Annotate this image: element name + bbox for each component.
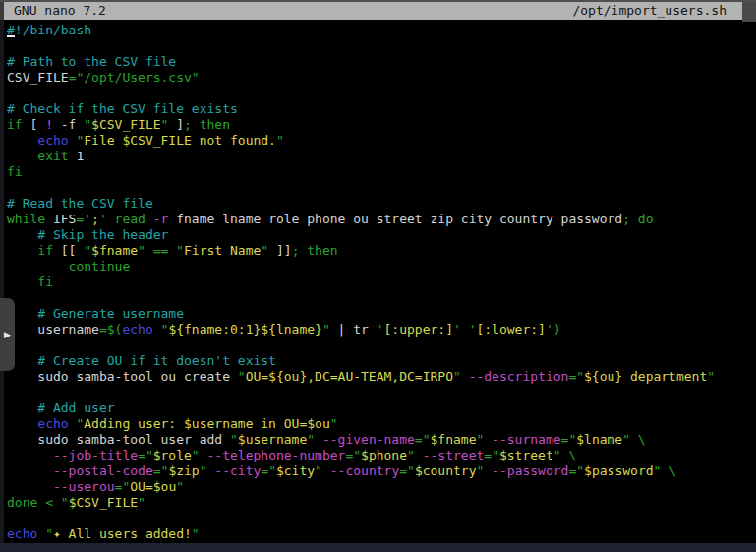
expand-arrow-icon: ▶ (4, 331, 11, 339)
app-title: GNU nano 7.2 (14, 2, 106, 20)
code-line: fi (7, 275, 756, 290)
code-line: exit 1 (7, 149, 756, 164)
code-line: fi (7, 164, 756, 180)
code-line: while IFS=';' read -r fname lname role p… (7, 212, 756, 227)
code-line: # Path to the CSV file (7, 54, 756, 70)
code-line: # Add user (7, 400, 756, 416)
code-line: # Skip the header (7, 227, 756, 243)
code-line: done < "$CSV_FILE" (7, 495, 756, 511)
code-line: echo "File $CSV_FILE not found." (7, 133, 756, 149)
code-line (7, 511, 756, 526)
code-line: --userou="OU=$ou" (7, 479, 756, 495)
title-bar-right-corner (742, 2, 756, 22)
nano-title-bar: GNU nano 7.2 /opt/import_users.sh (0, 0, 756, 20)
code-line: # Create OU if it doesn't exist (7, 353, 756, 369)
code-line: continue (7, 259, 756, 275)
code-line: CSV_FILE="/opt/Users.csv" (7, 70, 756, 86)
code-line: #!/bin/bash (7, 23, 756, 38)
code-line: # Generate username (7, 306, 756, 322)
code-line: --postal-code="$zip" --city="$city" --co… (7, 463, 756, 479)
code-line (7, 290, 756, 306)
code-line (7, 38, 756, 54)
code-line: echo "✦ All users added!" (7, 526, 756, 542)
code-line: sudo samba-tool user add "$username" --g… (7, 432, 756, 448)
file-path: /opt/import_users.sh (572, 2, 727, 20)
bottom-edge-strip (0, 543, 756, 552)
code-line (7, 337, 756, 353)
code-line: if [[ "$fname" == "First Name" ]]; then (7, 243, 756, 259)
left-edge-strip (0, 20, 4, 552)
side-panel-toggle[interactable]: ▶ (0, 298, 15, 371)
code-line: # Read the CSV file (7, 196, 756, 212)
code-line: if [ ! -f "$CSV_FILE" ]; then (7, 117, 756, 133)
title-bar-left-corner (0, 2, 4, 22)
code-line: # Check if the CSV file exists (7, 101, 756, 117)
code-line (7, 180, 756, 196)
code-line: sudo samba-tool ou create "OU=${ou},DC=A… (7, 369, 756, 385)
code-line: username=$(echo "${fname:0:1}${lname}" |… (7, 322, 756, 337)
code-area[interactable]: #!/bin/bash # Path to the CSV fileCSV_FI… (0, 20, 756, 543)
code-line (7, 86, 756, 101)
code-line: echo "Adding user: $username in OU=$ou" (7, 416, 756, 432)
code-line (7, 385, 756, 400)
code-line: --job-title="$role" --telephone-number="… (7, 448, 756, 463)
